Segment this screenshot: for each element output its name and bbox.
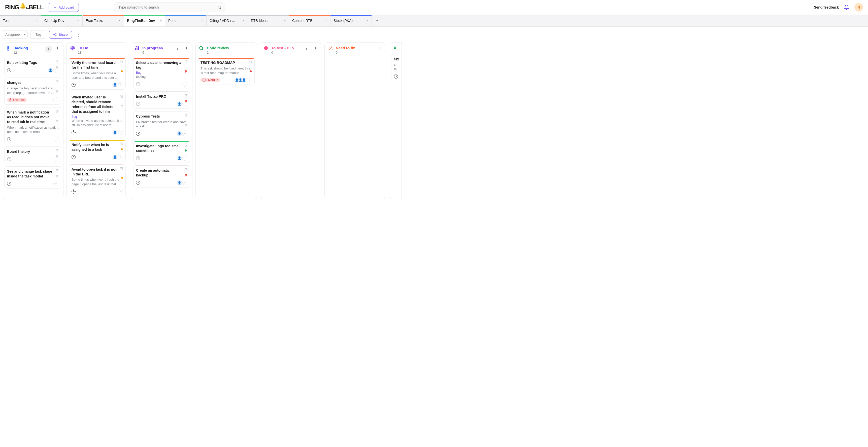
board-tab[interactable]: RingTheBell Dev × [124,15,165,27]
close-icon[interactable]: × [242,19,245,23]
kanban-card[interactable]: Cypress TestsFix broken test for create … [133,111,190,138]
add-card-button[interactable]: + [45,45,52,53]
trash-icon[interactable] [55,169,59,172]
add-card-button[interactable]: + [110,45,117,53]
trash-icon[interactable] [184,168,188,171]
board-tab[interactable]: Content RTB × [289,15,331,27]
close-icon[interactable]: × [77,19,79,23]
flag-icon: ⚑ [185,173,188,177]
trash-icon[interactable] [394,56,397,60]
trash-icon[interactable] [184,143,188,147]
kanban-card[interactable]: Select a date is removing a tagBugtestin… [133,58,190,89]
trash-icon[interactable] [184,94,188,97]
close-icon[interactable]: × [201,19,203,23]
close-icon[interactable]: × [36,19,38,23]
tabs-overflow-icon[interactable] [372,15,382,27]
kanban-card[interactable]: Notify user when he is assigned to a tas… [69,140,126,162]
add-assignee-button[interactable]: + [247,77,252,82]
kanban-card[interactable]: Create an automatic backup⚑ 👤 + [133,165,190,187]
kanban-card[interactable]: Investigate Logo too small sometimes⚑ 👤 … [133,141,190,163]
column-more-icon[interactable]: ⋮ [119,45,125,51]
board-tab[interactable]: RTB Ideas × [248,15,289,27]
add-assignee-button[interactable]: + [118,154,123,160]
kanban-card[interactable]: Avoid to open task if is not in the URLS… [69,164,126,196]
assignee-avatar[interactable]: 👤 [48,68,53,73]
kanban-card[interactable]: Verify the error load board for the firs… [69,58,126,90]
svg-point-9 [72,48,73,48]
trash-icon[interactable] [184,60,188,63]
assignee-avatar[interactable]: 👤 [177,131,182,136]
add-card-button[interactable]: + [303,45,310,53]
filter-more-icon[interactable]: ⋮ [74,30,82,39]
board-tab[interactable]: ClarkUp Dev × [41,15,83,27]
column-more-icon[interactable]: ⋮ [313,45,318,51]
close-icon[interactable]: × [284,19,286,23]
notifications-icon[interactable] [844,4,849,10]
add-assignee-button[interactable]: + [182,131,187,136]
add-assignee-button[interactable]: + [182,81,187,87]
kanban-card[interactable]: See and change task stage inside the tas… [4,166,61,188]
trash-icon[interactable] [55,80,59,83]
search-input[interactable] [114,2,225,12]
trash-icon[interactable] [55,60,59,63]
board-tab[interactable]: Gifing / VDD / ... × [207,15,248,27]
add-assignee-button[interactable]: + [53,97,58,102]
trash-icon[interactable] [249,60,252,63]
column-more-icon[interactable]: ⋮ [184,45,189,51]
add-assignee-button[interactable]: + [182,156,187,161]
card-title: Board history [7,149,58,154]
board-tab[interactable]: Perso × [165,15,207,27]
column-more-icon[interactable]: ⋮ [248,45,254,51]
add-card-button[interactable]: + [174,45,181,53]
kanban-card[interactable]: Install Tiptap PRO⚑ 👤 + [133,91,190,109]
assignee-avatar[interactable]: 👤 [112,130,117,135]
kanban-card[interactable]: Edit existing Tags⚑ 👤 + [4,58,61,75]
kanban-card[interactable]: changeschange the tag background and tex… [4,77,61,105]
assignee-avatar[interactable]: 👤 [112,82,117,87]
kanban-card[interactable]: When mark a notification as read, it doe… [4,107,61,144]
column-count: 5 [142,50,172,55]
close-icon[interactable]: × [366,19,369,23]
close-icon[interactable]: × [118,19,121,23]
trash-icon[interactable] [120,94,123,98]
add-assignee-button[interactable]: + [53,181,58,186]
add-board-button[interactable]: ＋ Add board [49,3,79,12]
board-tab[interactable]: Test × [0,15,41,27]
kanban-card[interactable]: Board history⚑ + [4,146,61,164]
trash-icon[interactable] [120,60,123,63]
trash-icon[interactable] [120,142,123,145]
add-assignee-button[interactable]: + [118,130,123,135]
assignee-avatar[interactable]: 👤 [177,156,182,161]
kanban-column: In progress 5 + ⋮ Select a date is remov… [131,42,192,199]
user-avatar[interactable]: N [855,3,863,11]
kanban-card[interactable]: TESTING ROADMAPThis ask should be fixed … [198,58,255,85]
assignee-avatar[interactable]: 👤 [177,180,182,185]
add-assignee-button[interactable]: + [118,189,123,194]
share-button[interactable]: Share [49,31,72,38]
column-more-icon[interactable]: ⋮ [55,45,60,51]
trash-icon[interactable] [184,113,188,117]
kanban-card[interactable]: When invited user is deleted, should rem… [69,92,126,137]
board-tab[interactable]: Eran Tasks × [83,15,124,27]
add-assignee-button[interactable]: + [118,82,123,87]
add-assignee-button[interactable]: + [53,137,58,142]
board-tab[interactable]: Stock (P&A) × [331,15,372,27]
trash-icon[interactable] [55,109,59,113]
add-card-button[interactable]: + [368,45,375,53]
add-card-button[interactable]: + [239,45,246,53]
assignee-avatar[interactable]: 👤 [112,154,117,160]
add-assignee-button[interactable]: + [398,74,399,79]
trash-icon[interactable] [55,149,59,152]
add-assignee-button[interactable]: + [182,180,187,185]
assignee-avatar[interactable]: 👤 [177,101,182,106]
close-icon[interactable]: × [160,19,162,23]
close-icon[interactable]: × [325,19,327,23]
assignee-avatar[interactable]: 👤 [241,77,246,82]
trash-icon[interactable] [120,167,123,170]
kanban-card[interactable]: FixCre task + [391,54,399,81]
send-feedback-link[interactable]: Send feedback [814,5,839,9]
column-more-icon[interactable]: ⋮ [377,45,383,51]
tag-filter[interactable]: Tag [30,30,46,39]
assignee-filter[interactable]: Assignee ▾ [2,30,28,39]
svg-point-3 [54,34,55,35]
